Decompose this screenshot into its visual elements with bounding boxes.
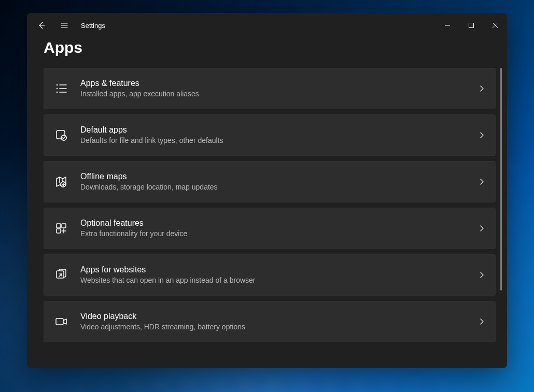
chevron-right-icon [477, 224, 486, 233]
chevron-right-icon [477, 317, 486, 326]
svg-rect-13 [56, 318, 63, 325]
offline-maps-icon [53, 174, 69, 190]
maximize-button[interactable] [459, 17, 483, 34]
apps-features-item[interactable]: Apps & features Installed apps, app exec… [44, 68, 496, 109]
page-title: Apps [44, 39, 504, 56]
card-text: Default apps Defaults for file and link … [80, 125, 477, 146]
apps-features-icon [53, 81, 69, 96]
svg-point-1 [57, 84, 58, 86]
chevron-right-icon [477, 84, 486, 93]
svg-rect-9 [57, 224, 61, 228]
svg-point-2 [57, 88, 58, 90]
card-desc: Installed apps, app execution aliases [80, 89, 477, 99]
chevron-right-icon [477, 178, 486, 186]
optional-features-icon [53, 221, 69, 236]
apps-for-websites-icon [53, 267, 69, 283]
card-text: Video playback Video adjustments, HDR st… [80, 311, 477, 332]
svg-rect-10 [62, 224, 66, 228]
titlebar: Settings [27, 13, 507, 38]
back-button[interactable] [31, 16, 52, 35]
cards-list: Apps & features Installed apps, app exec… [44, 68, 504, 368]
card-desc: Defaults for file and link types, other … [80, 136, 477, 146]
chevron-right-icon [477, 131, 486, 139]
card-desc: Downloads, storage location, map updates [80, 182, 477, 192]
svg-rect-11 [57, 229, 61, 233]
svg-rect-12 [57, 271, 64, 278]
card-title: Video playback [80, 311, 477, 322]
card-title: Offline maps [80, 171, 477, 182]
scrollbar-thumb[interactable] [500, 68, 502, 291]
card-title: Apps for websites [80, 265, 477, 275]
window-title: Settings [81, 22, 105, 30]
card-desc: Video adjustments, HDR streaming, batter… [80, 322, 477, 332]
card-title: Default apps [80, 125, 477, 136]
card-text: Apps & features Installed apps, app exec… [80, 78, 477, 99]
card-desc: Extra functionality for your device [80, 229, 477, 239]
card-text: Offline maps Downloads, storage location… [80, 171, 477, 193]
window-controls [435, 17, 507, 34]
card-text: Apps for websites Websites that can open… [80, 265, 477, 286]
chevron-right-icon [477, 271, 486, 279]
optional-features-item[interactable]: Optional features Extra functionality fo… [44, 208, 496, 249]
card-title: Optional features [80, 218, 477, 229]
default-apps-item[interactable]: Default apps Defaults for file and link … [44, 114, 496, 156]
video-playback-item[interactable]: Video playback Video adjustments, HDR st… [44, 301, 496, 342]
card-text: Optional features Extra functionality fo… [80, 218, 477, 239]
svg-point-3 [57, 92, 58, 93]
card-desc: Websites that can open in an app instead… [80, 275, 477, 285]
settings-window: Settings Apps [27, 13, 507, 368]
default-apps-icon [53, 127, 69, 143]
card-title: Apps & features [80, 78, 477, 89]
cards-container: Apps & features Installed apps, app exec… [44, 68, 504, 368]
video-playback-icon [53, 314, 69, 329]
content-area: Apps Apps & feat [27, 38, 507, 368]
apps-for-websites-item[interactable]: Apps for websites Websites that can open… [44, 254, 496, 296]
close-button[interactable] [483, 17, 507, 34]
svg-rect-0 [469, 23, 474, 28]
minimize-button[interactable] [435, 17, 459, 34]
nav-toggle-button[interactable] [54, 16, 75, 35]
offline-maps-item[interactable]: Offline maps Downloads, storage location… [44, 161, 496, 202]
